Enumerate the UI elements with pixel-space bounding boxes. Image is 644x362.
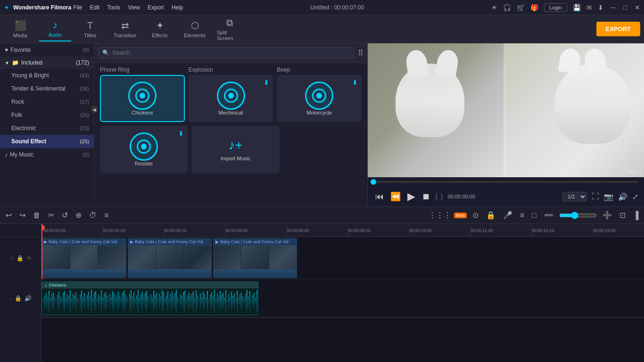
video-clip-2[interactable]: ▶ Baby Cats | Cute and Funny Cat Vid bbox=[128, 238, 212, 278]
loop-button[interactable]: ↺ bbox=[60, 209, 70, 222]
svg-rect-142 bbox=[230, 297, 231, 305]
menu-tools[interactable]: Tools bbox=[107, 4, 120, 11]
skip-back-button[interactable]: ⏮ bbox=[373, 190, 386, 204]
layout-button[interactable]: □ bbox=[530, 209, 538, 222]
timeline-ruler[interactable]: 00:00:00:00 00:00:01:20 00:00:03:10 00:0… bbox=[41, 224, 644, 237]
toolbar-elements[interactable]: ⬡ Elements bbox=[178, 17, 211, 41]
sidebar-item-rock[interactable]: Rock (17) bbox=[0, 95, 94, 108]
horizontal-scrollbar[interactable] bbox=[41, 317, 644, 323]
sidebar-item-young-bright[interactable]: Young & Bright (43) bbox=[0, 69, 94, 82]
sound-card-rooster[interactable]: ⬇ Rooster bbox=[100, 126, 188, 173]
settings2-button[interactable]: ⊙ bbox=[471, 209, 480, 222]
motorcycle-download-icon[interactable]: ⬇ bbox=[352, 79, 358, 86]
expand-icon[interactable]: ⤢ bbox=[632, 192, 638, 201]
svg-rect-63 bbox=[118, 292, 119, 311]
sound-card-import[interactable]: ♪+ Import Music bbox=[191, 126, 279, 173]
sidebar-item-folk[interactable]: Folk (26) bbox=[0, 108, 94, 122]
lock-track-icon[interactable]: 🔒 bbox=[17, 255, 24, 262]
svg-rect-66 bbox=[122, 293, 123, 310]
video-clip-1[interactable]: ▶ Baby Cats | Cute and Funny Cat Vid bbox=[41, 238, 126, 278]
svg-rect-14 bbox=[49, 291, 50, 312]
menu-export[interactable]: Export bbox=[148, 4, 164, 11]
sound-card-motorcycle[interactable]: ⬇ Motorcycle bbox=[277, 75, 362, 122]
svg-rect-13 bbox=[47, 297, 48, 305]
export-button[interactable]: EXPORT bbox=[596, 22, 640, 36]
audio-lock-icon[interactable]: 🔒 bbox=[15, 295, 22, 302]
toolbar-media[interactable]: ⬛ Media bbox=[4, 17, 37, 41]
settings-button[interactable]: ≡ bbox=[102, 209, 110, 222]
collapse-button[interactable]: ▐ bbox=[631, 209, 640, 222]
quality-select[interactable]: 1/2Full1/4 bbox=[562, 192, 587, 201]
toolbar-transition[interactable]: ⇄ Transition bbox=[108, 17, 141, 41]
svg-rect-99 bbox=[169, 299, 170, 304]
waveform-button[interactable]: ⋮⋮⋮ bbox=[427, 209, 453, 222]
zoom-out-button[interactable]: ➖ bbox=[542, 209, 555, 222]
sidebar-item-included[interactable]: ▼ 📁 Included (172) bbox=[0, 57, 94, 69]
undo-button[interactable]: ↩ bbox=[4, 209, 14, 222]
mail-icon[interactable]: ✉ bbox=[586, 4, 592, 11]
mechinical-download-icon[interactable]: ⬇ bbox=[264, 79, 269, 86]
transition-icon: ⇄ bbox=[121, 20, 129, 31]
mix-button[interactable]: ≡ bbox=[518, 209, 526, 222]
menu-file[interactable]: File bbox=[73, 4, 82, 11]
maximize-button[interactable]: □ bbox=[623, 4, 627, 11]
headphone-icon[interactable]: 🎧 bbox=[503, 4, 511, 11]
gift-icon[interactable]: 🎁 bbox=[530, 4, 538, 11]
video-clip-3[interactable]: ▶ Baby Cats | Cute and Funny Cat Vid bbox=[213, 238, 297, 278]
search-box: 🔍 bbox=[98, 47, 354, 58]
volume-icon[interactable]: 🔊 bbox=[618, 192, 627, 201]
svg-rect-22 bbox=[60, 296, 61, 306]
play-button[interactable]: ▶ bbox=[405, 189, 417, 205]
fit-button[interactable]: ⊡ bbox=[618, 209, 627, 222]
toolbar-titles[interactable]: T Titles bbox=[74, 17, 107, 41]
svg-rect-59 bbox=[112, 291, 113, 311]
redo-button[interactable]: ↪ bbox=[17, 209, 27, 222]
menu-view[interactable]: View bbox=[128, 4, 140, 11]
stop-button[interactable]: ⏹ bbox=[420, 190, 432, 204]
eye-track-icon[interactable]: 👁 bbox=[26, 255, 32, 262]
cart-icon[interactable]: 🛒 bbox=[517, 4, 525, 11]
svg-rect-160 bbox=[255, 298, 256, 304]
frame-back-button[interactable]: ⏪ bbox=[388, 189, 403, 204]
snapshot-icon[interactable]: 📷 bbox=[604, 192, 613, 201]
delete-button[interactable]: 🗑 bbox=[31, 209, 42, 222]
collapse-panel-button[interactable]: ◀ bbox=[91, 106, 98, 113]
menu-edit[interactable]: Edit bbox=[90, 4, 99, 11]
grid-options-button[interactable]: ⠿ bbox=[358, 49, 363, 58]
login-button[interactable]: Login bbox=[544, 3, 567, 12]
svg-rect-110 bbox=[184, 291, 185, 312]
sidebar-item-my-music[interactable]: ♪ My Music (0) bbox=[0, 148, 94, 161]
sound-card-mechinical[interactable]: ⬇ Mechinical bbox=[189, 75, 273, 122]
sidebar-item-favorite[interactable]: ♥ Favorite (0) bbox=[0, 43, 94, 57]
audio-volume-icon[interactable]: 🔊 bbox=[25, 295, 32, 302]
toolbar-audio[interactable]: ♪ Audio bbox=[39, 17, 72, 41]
audio-clip-chickens[interactable]: ♪ Chickens bbox=[41, 281, 258, 315]
duration-button[interactable]: ⏱ bbox=[87, 209, 99, 222]
toolbar-effects[interactable]: ✦ Effects bbox=[143, 17, 176, 41]
mic-button[interactable]: 🎤 bbox=[501, 209, 514, 222]
add-button[interactable]: ⊕ bbox=[74, 209, 83, 222]
sidebar-item-electronic[interactable]: Electronic (23) bbox=[0, 122, 94, 135]
rooster-download-icon[interactable]: ⬇ bbox=[178, 130, 184, 137]
sound-cards-row-2: ⬇ Rooster ♪+ Import Music bbox=[98, 126, 363, 173]
lock-button[interactable]: 🔒 bbox=[484, 209, 497, 222]
download-icon[interactable]: ⬇ bbox=[598, 4, 603, 11]
sidebar-item-tender[interactable]: Tender & Sentimental (38) bbox=[0, 82, 94, 95]
cut-button[interactable]: ✂ bbox=[46, 209, 56, 222]
save-icon[interactable]: 💾 bbox=[573, 4, 581, 11]
clip1-label: Baby Cats | Cute and Funny Cat Vid bbox=[49, 239, 117, 244]
progress-track[interactable] bbox=[373, 181, 638, 183]
sun-icon[interactable]: ☀ bbox=[491, 4, 497, 11]
zoom-slider[interactable] bbox=[559, 212, 597, 219]
fullscreen-icon[interactable]: ⛶ bbox=[592, 192, 599, 201]
menu-help[interactable]: Help bbox=[172, 4, 183, 11]
sidebar-item-sound-effect[interactable]: Sound Effect (25) bbox=[0, 135, 94, 148]
svg-rect-55 bbox=[107, 296, 107, 307]
close-button[interactable]: ✕ bbox=[635, 4, 640, 11]
progress-handle[interactable] bbox=[371, 179, 376, 185]
zoom-in-button[interactable]: ➕ bbox=[601, 209, 614, 222]
sound-card-chickens[interactable]: Chickens bbox=[100, 75, 185, 122]
minimize-button[interactable]: ─ bbox=[611, 4, 616, 11]
search-input[interactable] bbox=[112, 49, 350, 56]
toolbar-split-screen[interactable]: ⧉ Split Screen bbox=[213, 17, 246, 41]
